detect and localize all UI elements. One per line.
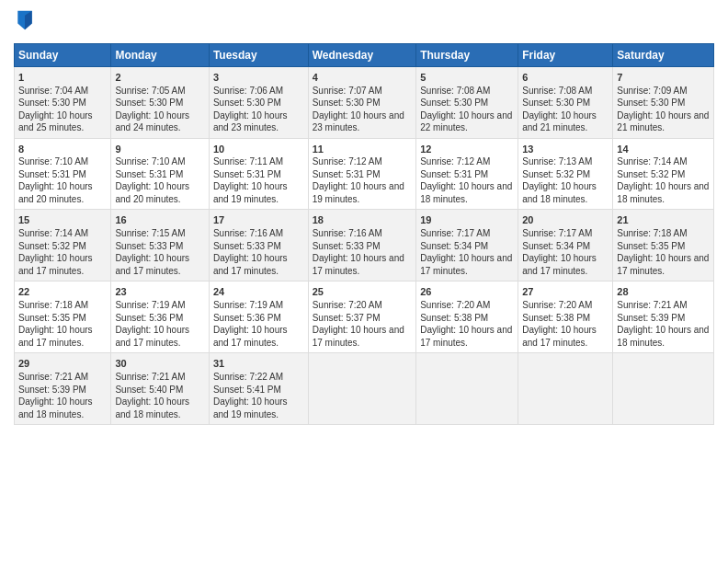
cell-sunrise: Sunrise: 7:17 AM bbox=[420, 227, 514, 240]
col-monday: Monday bbox=[111, 43, 209, 66]
calendar-cell: 15Sunrise: 7:14 AMSunset: 5:32 PMDayligh… bbox=[15, 210, 111, 282]
cell-day-number: 3 bbox=[213, 72, 219, 83]
cell-daylight: Daylight: 10 hours and 17 minutes. bbox=[522, 324, 609, 349]
cell-sunrise: Sunrise: 7:06 AM bbox=[213, 85, 304, 98]
cell-day-number: 30 bbox=[115, 358, 126, 369]
cell-sunset: Sunset: 5:36 PM bbox=[115, 312, 204, 325]
calendar-week-row: 1Sunrise: 7:04 AMSunset: 5:30 PMDaylight… bbox=[15, 66, 714, 138]
calendar-cell: 9Sunrise: 7:10 AMSunset: 5:31 PMDaylight… bbox=[111, 138, 209, 210]
calendar-cell: 16Sunrise: 7:15 AMSunset: 5:33 PMDayligh… bbox=[111, 210, 209, 282]
calendar-week-row: 15Sunrise: 7:14 AMSunset: 5:32 PMDayligh… bbox=[15, 210, 714, 282]
cell-day-number: 1 bbox=[18, 72, 24, 83]
cell-sunrise: Sunrise: 7:12 AM bbox=[420, 155, 514, 168]
calendar-cell: 24Sunrise: 7:19 AMSunset: 5:36 PMDayligh… bbox=[209, 282, 308, 353]
calendar-cell: 10Sunrise: 7:11 AMSunset: 5:31 PMDayligh… bbox=[209, 138, 308, 210]
calendar-cell: 29Sunrise: 7:21 AMSunset: 5:39 PMDayligh… bbox=[15, 353, 111, 425]
cell-sunrise: Sunrise: 7:10 AM bbox=[18, 155, 107, 168]
cell-daylight: Daylight: 10 hours and 17 minutes. bbox=[617, 252, 710, 277]
cell-day-number: 25 bbox=[313, 286, 324, 297]
cell-sunset: Sunset: 5:35 PM bbox=[617, 240, 710, 253]
cell-sunrise: Sunrise: 7:20 AM bbox=[420, 299, 514, 312]
cell-daylight: Daylight: 10 hours and 18 minutes. bbox=[115, 396, 204, 420]
cell-daylight: Daylight: 10 hours and 20 minutes. bbox=[115, 180, 204, 205]
calendar-cell: 23Sunrise: 7:19 AMSunset: 5:36 PMDayligh… bbox=[111, 282, 209, 353]
logo bbox=[14, 9, 34, 36]
cell-daylight: Daylight: 10 hours and 17 minutes. bbox=[213, 324, 304, 349]
col-wednesday: Wednesday bbox=[308, 43, 416, 66]
cell-sunset: Sunset: 5:33 PM bbox=[313, 240, 413, 253]
cell-sunset: Sunset: 5:35 PM bbox=[18, 312, 107, 325]
cell-day-number: 5 bbox=[420, 72, 426, 83]
cell-daylight: Daylight: 10 hours and 18 minutes. bbox=[420, 180, 514, 205]
cell-day-number: 11 bbox=[313, 144, 324, 155]
cell-sunset: Sunset: 5:31 PM bbox=[313, 168, 413, 181]
logo-text bbox=[14, 9, 34, 36]
cell-day-number: 17 bbox=[213, 214, 224, 225]
cell-day-number: 12 bbox=[420, 144, 431, 155]
cell-sunrise: Sunrise: 7:13 AM bbox=[522, 155, 609, 168]
cell-day-number: 10 bbox=[213, 144, 224, 155]
calendar-cell: 14Sunrise: 7:14 AMSunset: 5:32 PMDayligh… bbox=[613, 138, 714, 210]
calendar-cell: 27Sunrise: 7:20 AMSunset: 5:38 PMDayligh… bbox=[518, 282, 613, 353]
calendar-cell: 13Sunrise: 7:13 AMSunset: 5:32 PMDayligh… bbox=[518, 138, 613, 210]
calendar-cell: 5Sunrise: 7:08 AMSunset: 5:30 PMDaylight… bbox=[416, 66, 518, 138]
cell-sunrise: Sunrise: 7:14 AM bbox=[18, 227, 107, 240]
page-container: Sunday Monday Tuesday Wednesday Thursday… bbox=[0, 0, 728, 434]
cell-sunset: Sunset: 5:30 PM bbox=[313, 97, 413, 109]
cell-daylight: Daylight: 10 hours and 18 minutes. bbox=[617, 180, 710, 205]
calendar-cell: 31Sunrise: 7:22 AMSunset: 5:41 PMDayligh… bbox=[209, 353, 308, 425]
cell-sunset: Sunset: 5:31 PM bbox=[213, 168, 304, 181]
cell-sunrise: Sunrise: 7:21 AM bbox=[617, 299, 710, 312]
cell-daylight: Daylight: 10 hours and 19 minutes. bbox=[213, 396, 304, 420]
cell-sunrise: Sunrise: 7:10 AM bbox=[115, 155, 204, 168]
cell-daylight: Daylight: 10 hours and 17 minutes. bbox=[313, 252, 413, 277]
cell-daylight: Daylight: 10 hours and 25 minutes. bbox=[18, 109, 107, 134]
calendar-table: Sunday Monday Tuesday Wednesday Thursday… bbox=[14, 43, 714, 425]
cell-sunrise: Sunrise: 7:08 AM bbox=[420, 85, 514, 98]
cell-sunset: Sunset: 5:38 PM bbox=[522, 312, 609, 325]
cell-daylight: Daylight: 10 hours and 20 minutes. bbox=[18, 180, 107, 205]
cell-daylight: Daylight: 10 hours and 23 minutes. bbox=[213, 109, 304, 134]
cell-daylight: Daylight: 10 hours and 21 minutes. bbox=[617, 109, 710, 134]
cell-sunset: Sunset: 5:41 PM bbox=[213, 384, 304, 396]
cell-sunset: Sunset: 5:36 PM bbox=[213, 312, 304, 325]
calendar-cell: 21Sunrise: 7:18 AMSunset: 5:35 PMDayligh… bbox=[613, 210, 714, 282]
cell-daylight: Daylight: 10 hours and 17 minutes. bbox=[115, 252, 204, 277]
cell-day-number: 4 bbox=[313, 72, 318, 83]
cell-sunset: Sunset: 5:33 PM bbox=[115, 240, 204, 253]
cell-day-number: 26 bbox=[420, 286, 431, 297]
cell-daylight: Daylight: 10 hours and 17 minutes. bbox=[522, 252, 609, 277]
cell-daylight: Daylight: 10 hours and 17 minutes. bbox=[213, 252, 304, 277]
calendar-cell: 6Sunrise: 7:08 AMSunset: 5:30 PMDaylight… bbox=[518, 66, 613, 138]
cell-sunset: Sunset: 5:39 PM bbox=[617, 312, 710, 325]
cell-sunrise: Sunrise: 7:15 AM bbox=[115, 227, 204, 240]
calendar-cell bbox=[613, 353, 714, 425]
calendar-cell: 11Sunrise: 7:12 AMSunset: 5:31 PMDayligh… bbox=[308, 138, 416, 210]
logo-icon bbox=[16, 9, 34, 31]
col-tuesday: Tuesday bbox=[209, 43, 308, 66]
cell-sunset: Sunset: 5:33 PM bbox=[213, 240, 304, 253]
cell-sunrise: Sunrise: 7:20 AM bbox=[313, 299, 413, 312]
cell-day-number: 22 bbox=[18, 286, 29, 297]
cell-day-number: 9 bbox=[115, 144, 120, 155]
cell-sunrise: Sunrise: 7:19 AM bbox=[213, 299, 304, 312]
cell-daylight: Daylight: 10 hours and 19 minutes. bbox=[313, 180, 413, 205]
cell-sunset: Sunset: 5:31 PM bbox=[115, 168, 204, 181]
cell-sunrise: Sunrise: 7:19 AM bbox=[115, 299, 204, 312]
calendar-cell: 12Sunrise: 7:12 AMSunset: 5:31 PMDayligh… bbox=[416, 138, 518, 210]
cell-sunrise: Sunrise: 7:21 AM bbox=[18, 371, 107, 384]
calendar-cell bbox=[518, 353, 613, 425]
calendar-cell: 20Sunrise: 7:17 AMSunset: 5:34 PMDayligh… bbox=[518, 210, 613, 282]
calendar-body: 1Sunrise: 7:04 AMSunset: 5:30 PMDaylight… bbox=[15, 66, 714, 424]
calendar-cell: 4Sunrise: 7:07 AMSunset: 5:30 PMDaylight… bbox=[308, 66, 416, 138]
cell-daylight: Daylight: 10 hours and 17 minutes. bbox=[18, 324, 107, 349]
cell-sunset: Sunset: 5:37 PM bbox=[313, 312, 413, 325]
cell-sunset: Sunset: 5:34 PM bbox=[420, 240, 514, 253]
cell-day-number: 8 bbox=[18, 144, 24, 155]
cell-daylight: Daylight: 10 hours and 17 minutes. bbox=[115, 324, 204, 349]
cell-sunrise: Sunrise: 7:07 AM bbox=[313, 85, 413, 98]
cell-sunrise: Sunrise: 7:05 AM bbox=[115, 85, 204, 98]
cell-sunset: Sunset: 5:31 PM bbox=[18, 168, 107, 181]
cell-sunrise: Sunrise: 7:09 AM bbox=[617, 85, 710, 98]
cell-daylight: Daylight: 10 hours and 18 minutes. bbox=[617, 324, 710, 349]
